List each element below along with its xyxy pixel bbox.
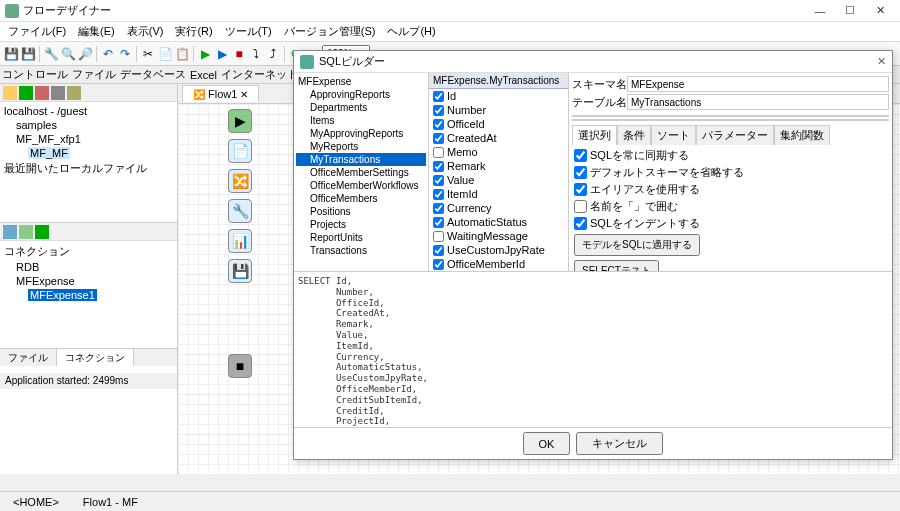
table-item[interactable]: Positions <box>296 205 426 218</box>
field-item[interactable]: Remark <box>429 159 568 173</box>
table-item[interactable]: ApprovingReports <box>296 88 426 101</box>
field-item[interactable]: OfficeId <box>429 117 568 131</box>
folder-icon[interactable] <box>3 86 17 100</box>
cloud-icon[interactable] <box>19 225 33 239</box>
tab-parameter[interactable]: パラメーター <box>696 125 774 145</box>
field-list[interactable]: MFExpense.MyTransactions IdNumberOfficeI… <box>429 73 569 271</box>
opt-indent[interactable]: SQLをインデントする <box>574 215 887 232</box>
refresh-icon[interactable] <box>19 86 33 100</box>
connection-tree[interactable]: コネクション RDB MFExpense MFExpense1 <box>0 241 177 304</box>
comp-control[interactable]: コントロール <box>2 67 68 82</box>
gear-icon[interactable] <box>51 86 65 100</box>
maximize-button[interactable]: ☐ <box>835 4 865 17</box>
comp-database[interactable]: データベース <box>120 67 186 82</box>
menu-edit[interactable]: 編集(E) <box>73 22 120 41</box>
sql-text[interactable]: SELECT Id, Number, OfficeId, CreatedAt, … <box>294 272 892 427</box>
cut-icon[interactable]: ✂ <box>140 46 156 62</box>
table-item[interactable]: Projects <box>296 218 426 231</box>
cancel-button[interactable]: キャンセル <box>576 432 663 455</box>
dialog-close-icon[interactable]: ✕ <box>877 55 886 68</box>
opt-default-schema[interactable]: デフォルトスキーマを省略する <box>574 164 887 181</box>
redo-icon[interactable]: ↷ <box>117 46 133 62</box>
db-icon[interactable] <box>3 225 17 239</box>
apply-button[interactable]: モデルをSQLに適用する <box>574 234 700 256</box>
tab-sort[interactable]: ソート <box>651 125 696 145</box>
menu-version[interactable]: バージョン管理(S) <box>279 22 381 41</box>
opt-quote[interactable]: 名前を「」で囲む <box>574 198 887 215</box>
tree-connection[interactable]: コネクション <box>2 243 175 260</box>
flow-end-node[interactable]: ■ <box>228 354 252 378</box>
table-tree[interactable]: MFExpense ApprovingReportsDepartmentsIte… <box>294 73 429 271</box>
schema-root[interactable]: MFExpense <box>296 75 426 88</box>
schema-input[interactable] <box>627 76 889 92</box>
table-item[interactable]: MyTransactions <box>296 153 426 166</box>
table-item[interactable]: OfficeMemberWorkflows <box>296 179 426 192</box>
tab-aggregate[interactable]: 集約関数 <box>774 125 830 145</box>
book-icon[interactable] <box>35 86 49 100</box>
find2-icon[interactable]: 🔎 <box>77 46 93 62</box>
flow-node[interactable]: 📄 <box>228 139 252 163</box>
find-icon[interactable]: 🔍 <box>60 46 76 62</box>
tree-samples[interactable]: samples <box>2 118 175 132</box>
type-grid-2[interactable]: フィールド名Javaデータ型 MyTransactions.IdVARCHARM… <box>572 119 889 121</box>
ok-button[interactable]: OK <box>523 432 571 455</box>
dialog-titlebar[interactable]: SQLビルダー ✕ <box>294 51 892 73</box>
field-item[interactable]: OfficeMemberId <box>429 257 568 271</box>
save-icon[interactable]: 💾 <box>3 46 19 62</box>
table-item[interactable]: MyApprovingReports <box>296 127 426 140</box>
table-item[interactable]: Items <box>296 114 426 127</box>
table-item[interactable]: Departments <box>296 101 426 114</box>
run-icon[interactable]: ▶ <box>197 46 213 62</box>
table-item[interactable]: OfficeMembers <box>296 192 426 205</box>
flow-node[interactable]: 📊 <box>228 229 252 253</box>
tree-project[interactable]: MF_MF_xfp1 <box>2 132 175 146</box>
tab-condition[interactable]: 条件 <box>617 125 651 145</box>
flow-node[interactable]: 🔀 <box>228 169 252 193</box>
table-item[interactable]: OfficeMemberSettings <box>296 166 426 179</box>
opt-sync[interactable]: SQLを常に同期する <box>574 147 887 164</box>
tree-rdb[interactable]: RDB <box>2 260 175 274</box>
paste-icon[interactable]: 📋 <box>174 46 190 62</box>
type-grid-1[interactable]: フィールド名DBMSデータ型Javaデータ型 IdVARCHARVARCHARN… <box>572 115 889 117</box>
debug-icon[interactable]: ▶ <box>214 46 230 62</box>
field-item[interactable]: Currency <box>429 201 568 215</box>
stop-icon[interactable]: ■ <box>231 46 247 62</box>
comp-file[interactable]: ファイル <box>72 67 116 82</box>
menu-help[interactable]: ヘルプ(H) <box>382 22 440 41</box>
flow-node[interactable]: 💾 <box>228 259 252 283</box>
minimize-button[interactable]: — <box>805 5 835 17</box>
tab-select[interactable]: 選択列 <box>572 125 617 145</box>
menu-run[interactable]: 実行(R) <box>170 22 217 41</box>
table-item[interactable]: MyReports <box>296 140 426 153</box>
canvas-tab[interactable]: 🔀 Flow1 ✕ <box>182 85 259 102</box>
undo-icon[interactable]: ↶ <box>100 46 116 62</box>
copy-icon[interactable]: 📄 <box>157 46 173 62</box>
table-item[interactable]: Transactions <box>296 244 426 257</box>
flow-node[interactable]: 🔧 <box>228 199 252 223</box>
tree-recent[interactable]: 最近開いたローカルファイル <box>2 160 175 177</box>
field-item[interactable]: Value <box>429 173 568 187</box>
field-item[interactable]: Memo <box>429 145 568 159</box>
comp-excel[interactable]: Excel <box>190 69 217 81</box>
flow-start-node[interactable]: ▶ <box>228 109 252 133</box>
menu-tool[interactable]: ツール(T) <box>220 22 277 41</box>
field-item[interactable]: Number <box>429 103 568 117</box>
tree-mfexpense[interactable]: MFExpense <box>2 274 175 288</box>
close-button[interactable]: ✕ <box>865 4 895 17</box>
taskbar-home[interactable]: <HOME> <box>5 494 67 510</box>
step-icon[interactable]: ⤵ <box>248 46 264 62</box>
field-item[interactable]: AutomaticStatus <box>429 215 568 229</box>
menu-file[interactable]: ファイル(F) <box>3 22 71 41</box>
table-item[interactable]: ReportUnits <box>296 231 426 244</box>
menu-view[interactable]: 表示(V) <box>122 22 169 41</box>
tab-file[interactable]: ファイル <box>0 349 57 366</box>
refresh-icon[interactable] <box>35 225 49 239</box>
field-item[interactable]: WaitingMessage <box>429 229 568 243</box>
project-tree[interactable]: localhost - /guest samples MF_MF_xfp1 MF… <box>0 102 177 179</box>
field-item[interactable]: ItemId <box>429 187 568 201</box>
tree-root[interactable]: localhost - /guest <box>2 104 175 118</box>
stepout-icon[interactable]: ⤴ <box>265 46 281 62</box>
opt-alias[interactable]: エイリアスを使用する <box>574 181 887 198</box>
field-item[interactable]: CreatedAt <box>429 131 568 145</box>
comp-internet[interactable]: インターネット <box>221 67 298 82</box>
